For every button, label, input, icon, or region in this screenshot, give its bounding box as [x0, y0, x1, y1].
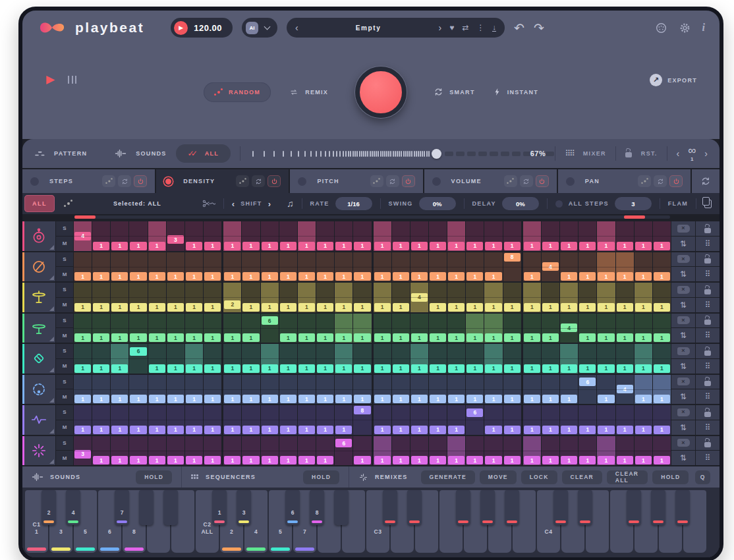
density-chip[interactable]: 1 — [167, 303, 184, 312]
step-cell[interactable]: 1 — [635, 283, 652, 312]
step-cell[interactable]: 1 — [92, 283, 110, 312]
density-chip[interactable]: 1 — [74, 333, 91, 342]
density-chip[interactable]: 1 — [393, 242, 409, 250]
tab-randomize-button[interactable] — [504, 175, 517, 187]
density-chip[interactable]: 1 — [335, 272, 352, 281]
step-cell[interactable]: 1 — [542, 283, 559, 312]
black-key[interactable] — [651, 490, 665, 525]
step-cell[interactable]: 1 — [447, 314, 465, 343]
step-cell[interactable]: 1 — [111, 221, 128, 251]
density-chip[interactable]: 1 — [298, 364, 315, 373]
density-chip[interactable]: 1 — [317, 242, 333, 250]
step-cell[interactable]: 1 — [653, 436, 671, 466]
preset-next-icon[interactable]: › — [439, 23, 442, 32]
density-chip[interactable]: 1 — [579, 272, 596, 281]
density-chip[interactable]: 6 — [335, 439, 352, 447]
density-chip[interactable]: 1 — [448, 456, 465, 464]
cut-button[interactable] — [194, 193, 223, 214]
track-clear-button[interactable]: × — [671, 252, 695, 267]
instant-button[interactable]: INSTANT — [493, 87, 538, 97]
step-cell[interactable]: 1 — [74, 283, 92, 312]
density-chip[interactable]: 1 — [542, 364, 559, 373]
step-cell[interactable]: 1 — [242, 375, 260, 405]
step-cell[interactable]: 1 — [279, 436, 297, 466]
density-chip[interactable]: 4 — [617, 385, 633, 393]
step-cell[interactable]: 1 — [129, 283, 147, 312]
play-icon[interactable]: ▶ — [174, 21, 188, 35]
step-cell[interactable]: 1 — [392, 283, 410, 312]
density-chip[interactable]: 1 — [204, 272, 221, 281]
density-slider[interactable] — [250, 139, 521, 168]
step-cell[interactable]: 1 — [484, 436, 502, 466]
tab-density[interactable]: DENSITY — [156, 169, 289, 193]
step-cell[interactable]: 1 — [374, 252, 391, 282]
mute-button[interactable]: M — [56, 328, 73, 343]
density-chip[interactable]: 1 — [280, 242, 296, 250]
density-chip[interactable]: 1 — [448, 426, 465, 434]
step-cell[interactable]: 1 — [129, 436, 147, 466]
step-cell[interactable]: 1 — [148, 344, 166, 374]
density-chip[interactable]: 1 — [74, 303, 91, 312]
step-cell[interactable]: 1 — [579, 405, 596, 435]
step-cell[interactable]: 1 — [335, 283, 353, 312]
export-button[interactable]: EXPORT — [667, 77, 697, 84]
black-key[interactable] — [675, 490, 690, 525]
density-chip[interactable]: 1 — [374, 303, 391, 312]
track-options-button[interactable]: ⠿ — [696, 328, 720, 343]
black-key[interactable] — [334, 490, 349, 525]
step-cell[interactable]: 1 — [353, 375, 371, 405]
density-chip[interactable]: 1 — [280, 272, 296, 281]
step-cell[interactable]: 1 — [447, 405, 465, 435]
density-chip[interactable]: 1 — [542, 242, 559, 250]
density-chip[interactable]: 1 — [466, 303, 483, 312]
track-options-button[interactable]: ⠿ — [696, 359, 720, 374]
step-cell[interactable]: 1 — [374, 436, 391, 466]
step-cell[interactable]: 1 — [523, 314, 541, 343]
hold-button[interactable]: HOLD — [652, 470, 689, 484]
density-chip[interactable]: 1 — [542, 303, 559, 312]
density-chip[interactable]: 1 — [466, 242, 483, 250]
density-chip[interactable]: 1 — [204, 333, 221, 342]
step-cell[interactable]: 1 — [523, 405, 541, 435]
step-cell[interactable]: 1 — [616, 405, 634, 435]
midi-icon[interactable] — [655, 22, 667, 34]
density-chip[interactable]: 1 — [411, 272, 428, 281]
step-cell[interactable]: 1 — [204, 375, 221, 405]
density-chip[interactable]: 1 — [466, 333, 483, 342]
density-chip[interactable]: 1 — [411, 456, 428, 464]
step-cell[interactable]: 1 — [316, 314, 334, 343]
density-chip[interactable]: 1 — [204, 395, 221, 403]
gear-icon[interactable] — [679, 22, 691, 34]
step-cell[interactable]: 1 — [298, 252, 316, 282]
density-chip[interactable]: 1 — [317, 395, 333, 403]
track-sliders-button[interactable]: ⇅ — [671, 451, 695, 465]
step-cell[interactable]: 1 — [579, 221, 596, 251]
solo-button[interactable]: S — [56, 405, 73, 420]
black-key[interactable]: 3 — [237, 490, 251, 525]
step-cell[interactable]: 1 — [204, 252, 221, 282]
step-cell[interactable]: 1 — [316, 283, 334, 312]
density-chip[interactable]: 1 — [654, 426, 670, 434]
step-cell[interactable]: 1 — [279, 375, 297, 405]
density-chip[interactable]: 1 — [635, 303, 652, 312]
step-cell[interactable]: 1 — [374, 375, 391, 405]
slider-handle[interactable] — [432, 149, 441, 159]
step-cell[interactable]: 1 — [410, 436, 428, 466]
density-chip[interactable]: 1 — [93, 272, 109, 281]
step-cell[interactable]: 1 — [653, 344, 671, 374]
step-cell[interactable]: 1 — [560, 344, 578, 374]
step-cell[interactable]: 1 — [148, 283, 166, 312]
density-chip[interactable]: 1 — [130, 426, 146, 434]
step-cell[interactable]: 1 — [542, 405, 559, 435]
step-cell[interactable]: 1 — [167, 344, 184, 374]
step-cell[interactable]: 1 — [223, 405, 241, 435]
density-chip[interactable]: 1 — [149, 426, 165, 434]
black-key[interactable] — [480, 490, 495, 525]
refresh-all-button[interactable] — [692, 169, 720, 193]
step-cell[interactable]: 1 — [353, 221, 371, 251]
density-chip[interactable]: 1 — [186, 364, 202, 373]
density-chip[interactable]: 1 — [448, 272, 465, 281]
more-options-icon[interactable]: ⋮ — [476, 23, 484, 32]
step-cell[interactable]: 1 — [429, 405, 447, 435]
step-cell[interactable]: 1 — [279, 283, 297, 312]
